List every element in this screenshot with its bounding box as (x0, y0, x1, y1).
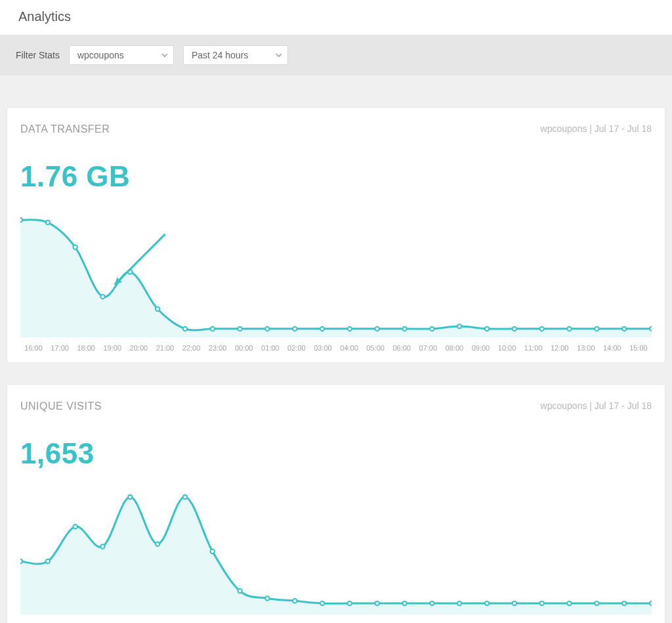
x-tick: 07:00 (415, 618, 441, 623)
page-title: Analytics (18, 9, 654, 24)
x-tick: 15:00 (625, 618, 652, 623)
svg-point-10 (293, 327, 297, 331)
svg-point-17 (485, 327, 489, 331)
filter-label: Filter Stats (16, 50, 60, 60)
chart-svg (20, 206, 652, 337)
card-title: DATA TRANSFER (20, 123, 110, 135)
svg-point-48 (622, 601, 626, 605)
x-tick: 03:00 (310, 340, 336, 356)
x-tick: 19:00 (99, 340, 125, 356)
svg-point-0 (20, 218, 22, 222)
x-tick: 20:00 (125, 618, 152, 623)
x-tick: 15:00 (625, 340, 652, 356)
x-tick: 23:00 (205, 618, 231, 623)
x-tick: 00:00 (231, 340, 257, 356)
x-tick: 03:00 (310, 618, 336, 623)
svg-point-2 (73, 245, 77, 249)
svg-point-38 (348, 601, 352, 605)
svg-point-31 (156, 542, 159, 546)
card-title: UNIQUE VISITS (20, 400, 102, 412)
metric-value: 1,653 (20, 437, 652, 470)
x-tick: 12:00 (547, 340, 573, 356)
x-tick: 02:00 (284, 618, 310, 623)
x-tick: 10:00 (494, 340, 520, 356)
svg-point-46 (567, 601, 571, 605)
x-tick: 12:00 (547, 618, 573, 623)
svg-point-19 (539, 327, 543, 331)
svg-point-7 (211, 327, 215, 331)
x-tick: 08:00 (441, 340, 467, 356)
x-tick: 22:00 (178, 618, 204, 623)
chart-unique-visits: 16:0017:0018:0019:0020:0021:0022:0023:00… (20, 483, 652, 623)
x-tick: 21:00 (152, 340, 178, 356)
svg-point-43 (485, 601, 489, 605)
card-meta: wpcoupons | Jul 17 - Jul 18 (541, 400, 652, 411)
x-tick: 20:00 (125, 340, 152, 356)
page-body: DATA TRANSFER wpcoupons | Jul 17 - Jul 1… (0, 75, 672, 623)
x-tick: 16:00 (20, 618, 47, 623)
x-tick: 14:00 (599, 340, 625, 356)
x-tick: 21:00 (152, 618, 178, 623)
svg-point-3 (100, 295, 104, 299)
x-tick: 06:00 (388, 618, 415, 623)
chevron-down-icon (161, 52, 168, 58)
svg-point-20 (567, 327, 571, 331)
svg-point-18 (513, 327, 516, 331)
card-meta: wpcoupons | Jul 17 - Jul 18 (541, 123, 652, 134)
svg-point-40 (402, 601, 406, 605)
x-axis: 16:0017:0018:0019:0020:0021:0022:0023:00… (20, 618, 652, 623)
svg-point-21 (595, 327, 598, 331)
svg-point-37 (320, 601, 324, 605)
svg-point-27 (46, 559, 50, 563)
svg-point-36 (293, 599, 297, 603)
svg-point-28 (73, 525, 77, 528)
card-head: UNIQUE VISITS wpcoupons | Jul 17 - Jul 1… (20, 400, 652, 412)
x-tick: 08:00 (441, 618, 467, 623)
card-unique-visits: UNIQUE VISITS wpcoupons | Jul 17 - Jul 1… (7, 384, 665, 623)
x-tick: 16:00 (20, 340, 47, 356)
x-tick: 07:00 (415, 340, 441, 356)
card-head: DATA TRANSFER wpcoupons | Jul 17 - Jul 1… (20, 123, 652, 135)
page-header: Analytics (0, 0, 672, 35)
x-axis: 16:0017:0018:0019:0020:0021:0022:0023:00… (20, 340, 652, 356)
svg-point-32 (183, 495, 187, 499)
svg-point-1 (46, 221, 50, 225)
svg-point-47 (595, 601, 598, 605)
x-tick: 11:00 (520, 340, 547, 356)
svg-point-8 (238, 327, 242, 331)
site-select[interactable]: wpcoupons (69, 45, 174, 65)
x-tick: 13:00 (573, 618, 599, 623)
chevron-down-icon (276, 52, 282, 58)
svg-point-12 (348, 327, 352, 331)
x-tick: 19:00 (99, 618, 125, 623)
svg-point-29 (100, 545, 104, 549)
x-tick: 04:00 (336, 618, 362, 623)
x-tick: 09:00 (467, 340, 494, 356)
metric-value: 1.76 GB (20, 160, 652, 193)
svg-point-41 (430, 601, 434, 605)
range-select[interactable]: Past 24 hours (183, 45, 288, 65)
x-tick: 11:00 (520, 618, 547, 623)
x-tick: 17:00 (47, 340, 73, 356)
x-tick: 01:00 (257, 618, 284, 623)
range-select-value: Past 24 hours (192, 50, 248, 60)
filter-bar: Filter Stats wpcoupons Past 24 hours (0, 35, 672, 75)
svg-point-26 (20, 559, 22, 563)
x-tick: 05:00 (362, 618, 388, 623)
site-select-value: wpcoupons (77, 50, 124, 60)
x-tick: 13:00 (573, 340, 599, 356)
svg-point-42 (457, 601, 461, 605)
card-data-transfer: DATA TRANSFER wpcoupons | Jul 17 - Jul 1… (7, 107, 665, 363)
svg-point-35 (265, 597, 269, 601)
svg-point-14 (402, 327, 406, 331)
x-tick: 01:00 (257, 340, 284, 356)
svg-point-49 (650, 601, 652, 605)
svg-point-15 (430, 327, 434, 331)
svg-point-23 (650, 327, 652, 331)
svg-point-5 (156, 307, 159, 311)
svg-point-45 (539, 601, 543, 605)
x-tick: 17:00 (47, 618, 73, 623)
x-tick: 18:00 (73, 340, 99, 356)
svg-point-34 (238, 589, 242, 593)
x-tick: 23:00 (205, 340, 231, 356)
